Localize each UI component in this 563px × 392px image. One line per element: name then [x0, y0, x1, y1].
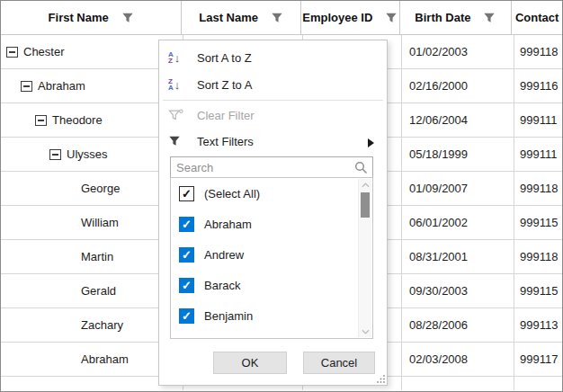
column-header-contact[interactable]: Contact	[512, 1, 562, 34]
search-input[interactable]	[171, 161, 354, 174]
first-name-text: Abraham	[38, 79, 85, 93]
menu-item-text-filters[interactable]: Text Filters	[159, 128, 387, 155]
column-header-label: Employee ID	[302, 11, 372, 24]
filter-list-item[interactable]: ✓Barack	[171, 270, 372, 300]
column-header-label: Last Name	[199, 11, 258, 24]
first-name-text: Zachary	[81, 318, 123, 332]
menu-item-label: Clear Filter	[197, 109, 255, 122]
column-header-label: Birth Date	[415, 11, 470, 24]
first-name-text: Gerald	[81, 284, 116, 298]
checkbox-checked[interactable]: ✓	[179, 247, 194, 263]
menu-item-sort-z-to-a[interactable]: ZA↓ Sort Z to A	[159, 71, 387, 98]
birth-date-cell: 09/30/2003	[401, 274, 514, 307]
filter-list-item-label: Barack	[204, 279, 240, 292]
search-box	[170, 156, 373, 179]
filter-popup: AZ↓ Sort A to Z ZA↓ Sort Z to A Clear Fi…	[158, 40, 388, 386]
first-name-text: Martin	[81, 250, 113, 263]
first-name-cell: Zachary	[1, 308, 183, 342]
collapse-expander-icon[interactable]	[21, 81, 32, 92]
column-divider	[514, 35, 514, 390]
first-name-cell: Ulysses	[1, 138, 183, 171]
checkbox-checked[interactable]: ✓	[179, 186, 194, 201]
first-name-text: Chester	[23, 45, 65, 58]
filter-list-item[interactable]: ✓Benjamin	[171, 300, 372, 331]
filter-list-item-label: Andrew	[204, 248, 244, 262]
filter-funnel-icon[interactable]	[271, 12, 283, 24]
filter-funnel-icon[interactable]	[121, 12, 134, 24]
menu-item-clear-filter: Clear Filter	[159, 102, 387, 129]
birth-date-cell: 05/18/1999	[401, 138, 514, 171]
scroll-up-icon[interactable]	[359, 179, 371, 191]
menu-item-label: Sort A to Z	[197, 51, 252, 65]
grid-header: First NameLast NameEmployee IDBirth Date…	[1, 1, 562, 35]
filter-list-item[interactable]: ✓Andrew	[171, 239, 372, 270]
contact-cell: 999118	[514, 35, 563, 68]
contact-cell: 999116	[514, 69, 563, 102]
menu-item-label: Text Filters	[197, 135, 254, 148]
birth-date-cell: 02/16/2000	[401, 69, 514, 102]
first-name-cell: Abraham	[1, 69, 183, 102]
collapse-expander-icon[interactable]	[49, 149, 61, 160]
menu-item-sort-a-to-z[interactable]: AZ↓ Sort A to Z	[159, 44, 387, 71]
checkbox-checked[interactable]: ✓	[179, 308, 194, 324]
column-divider	[401, 35, 402, 390]
first-name-cell: Martin	[1, 240, 183, 273]
collapse-expander-icon[interactable]	[35, 115, 47, 126]
checkbox-checked[interactable]: ✓	[179, 278, 194, 293]
contact-cell: 999111	[514, 103, 563, 137]
contact-cell: 999115	[514, 206, 563, 239]
birth-date-cell: 08/28/2006	[401, 308, 514, 342]
tree-grid: First NameLast NameEmployee IDBirth Date…	[0, 0, 563, 392]
contact-cell: 999115	[514, 274, 563, 307]
first-name-cell: Theodore	[1, 103, 183, 137]
filter-list-item[interactable]: ✓(Select All)	[171, 178, 372, 209]
filter-list-item-label: Benjamin	[204, 309, 253, 323]
submenu-arrow-icon	[368, 137, 374, 150]
text-filters-icon	[168, 135, 190, 147]
birth-date-cell: 06/01/2002	[401, 206, 514, 239]
contact-cell: 999118	[514, 240, 563, 273]
search-icon[interactable]	[354, 161, 368, 174]
menu-item-label: Sort Z to A	[197, 78, 252, 92]
first-name-cell: Chester	[1, 35, 183, 68]
first-name-text: George	[81, 182, 120, 195]
birth-date-cell: 02/03/2008	[401, 343, 514, 376]
first-name-cell: William	[1, 206, 183, 239]
filter-funnel-icon[interactable]	[483, 12, 496, 24]
first-name-text: Abraham	[81, 352, 129, 366]
column-header-first-name[interactable]: First Name	[1, 1, 182, 34]
clear-filter-icon	[168, 109, 190, 121]
column-header-employee-id[interactable]: Employee ID	[301, 1, 400, 34]
birth-date-cell: 01/02/2003	[401, 35, 514, 68]
first-name-text: Theodore	[52, 113, 103, 127]
column-header-last-name[interactable]: Last Name	[182, 1, 301, 34]
scroll-down-icon[interactable]	[359, 325, 371, 337]
filter-list-item-label: Abraham	[204, 218, 252, 231]
first-name-cell: Abraham	[1, 343, 183, 376]
resize-grip-icon[interactable]	[377, 375, 385, 383]
filter-list-item[interactable]: ✓Bill	[171, 331, 372, 339]
contact-cell: 999118	[514, 172, 563, 205]
first-name-text: William	[81, 216, 119, 229]
column-header-label: First Name	[49, 11, 109, 24]
checkbox-checked[interactable]: ✓	[179, 217, 194, 232]
menu-separator	[163, 100, 383, 101]
first-name-cell: George	[1, 172, 183, 205]
ok-button[interactable]: OK	[213, 352, 287, 374]
filter-list-item[interactable]: ✓Abraham	[171, 209, 372, 239]
collapse-expander-icon[interactable]	[6, 47, 18, 58]
scrollbar[interactable]	[358, 179, 371, 337]
sort-az-icon: AZ↓	[168, 51, 190, 65]
filter-list: ✓(Select All)✓Abraham✓Andrew✓Barack✓Benj…	[170, 177, 373, 339]
cancel-button[interactable]: Cancel	[303, 352, 375, 374]
checkbox-checked[interactable]: ✓	[179, 339, 194, 340]
birth-date-cell: 12/06/2004	[401, 103, 514, 137]
filter-funnel-icon[interactable]	[385, 12, 398, 24]
sort-za-icon: ZA↓	[168, 78, 190, 92]
filter-list-item-label: (Select All)	[204, 187, 260, 200]
scroll-thumb[interactable]	[361, 192, 370, 218]
birth-date-cell: 01/09/2007	[401, 172, 514, 205]
contact-cell: 999111	[514, 138, 563, 171]
column-header-birth-date[interactable]: Birth Date	[400, 1, 513, 34]
birth-date-cell: 08/31/2001	[401, 240, 514, 273]
